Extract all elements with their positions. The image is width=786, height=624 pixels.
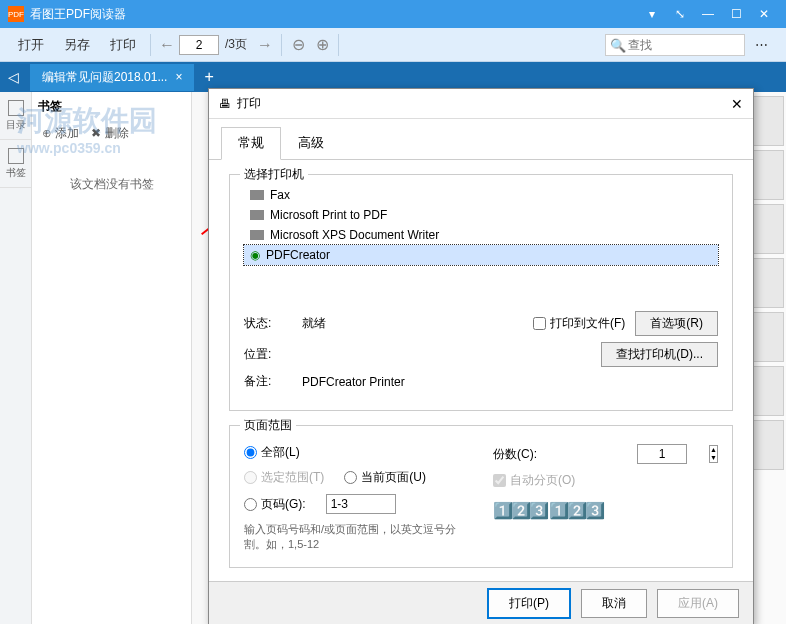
outline-icon xyxy=(8,100,24,116)
page-range-group: 页面范围 全部(L) 选定范围(T) 当前页面(U) 页码(G): 输入页码号码… xyxy=(229,425,733,568)
collate-preview-icon: 1️⃣2️⃣3️⃣ 1️⃣2️⃣3️⃣ xyxy=(493,501,718,520)
page-thumbnail[interactable] xyxy=(749,420,784,470)
zoom-in-icon[interactable]: ⊕ xyxy=(310,35,334,54)
copies-label: 份数(C): xyxy=(493,446,537,463)
page-thumbnail[interactable] xyxy=(749,366,784,416)
page-range-input[interactable] xyxy=(326,494,396,514)
printer-list[interactable]: Fax Microsoft Print to PDF Microsoft XPS… xyxy=(244,185,718,265)
range-current-radio[interactable]: 当前页面(U) xyxy=(344,469,426,486)
tab-general[interactable]: 常规 xyxy=(221,127,281,160)
printer-item[interactable]: Fax xyxy=(244,185,718,205)
range-group-legend: 页面范围 xyxy=(240,417,296,434)
page-thumbnail[interactable] xyxy=(749,312,784,362)
sidetab-bookmark[interactable]: 书签 xyxy=(0,140,31,188)
document-tab[interactable]: 编辑常见问题2018.01... × xyxy=(30,64,194,91)
print-confirm-button[interactable]: 打印(P) xyxy=(487,588,571,619)
search-input[interactable] xyxy=(605,34,745,56)
bookmark-icon xyxy=(8,148,24,164)
printer-item-icon xyxy=(250,210,264,220)
app-logo-icon: PDF xyxy=(8,6,24,22)
printer-check-icon: ◉ xyxy=(250,248,260,262)
comment-value: PDFCreator Printer xyxy=(302,375,718,389)
comment-label: 备注: xyxy=(244,373,292,390)
more-icon[interactable]: ⋯ xyxy=(745,31,778,59)
dialog-tabs: 常规 高级 xyxy=(209,119,753,160)
zoom-out-icon[interactable]: ⊖ xyxy=(286,35,310,54)
saveas-button[interactable]: 另存 xyxy=(54,31,100,59)
find-printer-button[interactable]: 查找打印机(D)... xyxy=(601,342,718,367)
page-thumbnail[interactable] xyxy=(749,150,784,200)
next-page-icon[interactable]: → xyxy=(253,36,277,54)
printer-item-selected[interactable]: ◉PDFCreator xyxy=(244,245,718,265)
prev-page-icon[interactable]: ← xyxy=(155,36,179,54)
tab-advanced[interactable]: 高级 xyxy=(281,127,341,159)
print-button[interactable]: 打印 xyxy=(100,31,146,59)
range-pages-radio[interactable]: 页码(G): xyxy=(244,496,306,513)
bookmark-delete-button[interactable]: ✖ 删除 xyxy=(91,125,128,142)
bookmark-panel: 书签 ⊕ 添加 ✖ 删除 该文档没有书签 xyxy=(32,92,192,624)
fullscreen-icon[interactable]: ⤡ xyxy=(668,4,692,24)
cancel-button[interactable]: 取消 xyxy=(581,589,647,618)
tab-close-icon[interactable]: × xyxy=(175,70,182,84)
range-all-radio[interactable]: 全部(L) xyxy=(244,444,300,461)
bookmark-empty-text: 该文档没有书签 xyxy=(38,176,185,193)
printer-icon: 🖶 xyxy=(219,97,231,111)
printer-item[interactable]: Microsoft XPS Document Writer xyxy=(244,225,718,245)
status-label: 状态: xyxy=(244,315,292,332)
page-thumbnail[interactable] xyxy=(749,258,784,308)
status-value: 就绪 xyxy=(302,315,523,332)
main-toolbar: 打开 另存 打印 ← /3页 → ⊖ ⊕ 🔍 ⋯ xyxy=(0,28,786,62)
app-title: 看图王PDF阅读器 xyxy=(30,6,126,23)
range-hint: 输入页码号码和/或页面范围，以英文逗号分割。如，1,5-12 xyxy=(244,522,469,553)
bookmark-panel-title: 书签 xyxy=(38,98,185,115)
page-number-input[interactable] xyxy=(179,35,219,55)
page-total: /3页 xyxy=(225,36,247,53)
minimize-icon[interactable]: — xyxy=(696,4,720,24)
dialog-close-icon[interactable]: ✕ xyxy=(731,96,743,112)
dropdown-icon[interactable]: ▾ xyxy=(640,4,664,24)
copies-spinner[interactable]: ▲▼ xyxy=(709,445,718,463)
tab-filename: 编辑常见问题2018.01... xyxy=(42,69,167,86)
new-tab-icon[interactable]: + xyxy=(204,68,213,86)
location-label: 位置: xyxy=(244,346,292,363)
printer-item-icon xyxy=(250,190,264,200)
print-to-file-checkbox[interactable]: 打印到文件(F) xyxy=(533,315,625,332)
sidetab-outline[interactable]: 目录 xyxy=(0,92,31,140)
side-tab-strip: 目录 书签 xyxy=(0,92,32,624)
apply-button: 应用(A) xyxy=(657,589,739,618)
close-window-icon[interactable]: ✕ xyxy=(752,4,776,24)
search-icon: 🔍 xyxy=(610,38,626,53)
dialog-button-bar: 打印(P) 取消 应用(A) xyxy=(209,581,753,624)
dialog-titlebar: 🖶 打印 ✕ xyxy=(209,89,753,119)
window-titlebar: PDF 看图王PDF阅读器 ▾ ⤡ — ☐ ✕ xyxy=(0,0,786,28)
printer-item[interactable]: Microsoft Print to PDF xyxy=(244,205,718,225)
printer-group-legend: 选择打印机 xyxy=(240,166,308,183)
printer-selection-group: 选择打印机 Fax Microsoft Print to PDF Microso… xyxy=(229,174,733,411)
tab-back-icon[interactable]: ◁ xyxy=(8,69,19,85)
bookmark-add-button[interactable]: ⊕ 添加 xyxy=(42,125,79,142)
open-button[interactable]: 打开 xyxy=(8,31,54,59)
collate-checkbox: 自动分页(O) xyxy=(493,472,575,489)
preferences-button[interactable]: 首选项(R) xyxy=(635,311,718,336)
printer-item-icon xyxy=(250,230,264,240)
maximize-icon[interactable]: ☐ xyxy=(724,4,748,24)
dialog-title: 打印 xyxy=(237,95,261,112)
copies-input[interactable] xyxy=(637,444,687,464)
range-selection-radio: 选定范围(T) xyxy=(244,469,324,486)
page-thumbnail[interactable] xyxy=(749,96,784,146)
print-dialog: 🖶 打印 ✕ 常规 高级 选择打印机 Fax Microsoft Print t… xyxy=(208,88,754,624)
page-thumbnail[interactable] xyxy=(749,204,784,254)
